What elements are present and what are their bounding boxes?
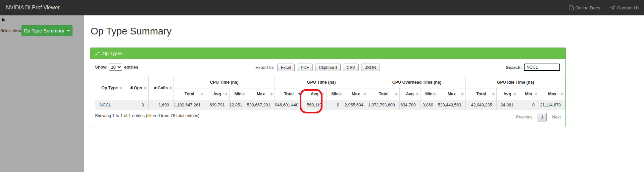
export-excel-button[interactable]: Excel (277, 64, 295, 71)
col-header-label: Total (185, 92, 194, 96)
send-icon (610, 5, 615, 10)
col-header-label: Max (257, 92, 265, 96)
online-docs-label: Online Docs (576, 5, 600, 10)
page-size-select[interactable]: 10 (109, 64, 122, 71)
col-header-num-calls[interactable]: # Calls (148, 76, 174, 100)
sort-icons (416, 92, 418, 96)
col-header-idle-max[interactable]: Max (539, 88, 565, 100)
online-docs-link[interactable]: Online Docs (569, 5, 600, 10)
cell-num-calls: 1,690 (148, 100, 174, 110)
col-header-cpu-avg[interactable]: Avg (205, 88, 229, 100)
pagination: Previous 1 Next (516, 113, 561, 121)
sort-icons (395, 92, 398, 96)
table-controls: Show 10 entries Export to: Excel PDF Cli… (95, 64, 561, 72)
sort-desc-icon (298, 93, 301, 95)
navbar-links: Online Docs Contact Us (569, 5, 639, 10)
sort-icons (225, 92, 228, 96)
cell-op-type: NCCL (95, 100, 124, 110)
panel-title: Op Types (102, 51, 122, 56)
top-navbar: NVIDIA DLProf Viewer Online Docs Contact… (0, 0, 644, 15)
contact-us-link[interactable]: Contact Us (610, 5, 639, 10)
page-number-button[interactable]: 1 (538, 113, 547, 121)
sort-icons (363, 92, 366, 96)
sort-icons (433, 92, 436, 96)
col-header-label: Min (332, 92, 339, 96)
main-content: Op Type Summary Op Types Show 10 entries… (84, 15, 644, 172)
group-header-gpu-idle-time: GPU Idle Time (ns) (466, 76, 565, 88)
col-header-idle-total[interactable]: Total (466, 88, 497, 100)
sort-icons (144, 86, 147, 90)
sort-icons (169, 86, 172, 90)
view-dropdown-label: Op Type Summary (24, 28, 64, 33)
close-icon[interactable]: ✖ (1, 18, 5, 22)
col-header-num-ops[interactable]: # Ops (124, 76, 148, 100)
previous-page-button[interactable]: Previous (516, 115, 533, 119)
col-header-cpu-max[interactable]: Max (247, 88, 275, 100)
col-header-idle-avg[interactable]: Avg (497, 88, 518, 100)
col-header-label: Op Type (101, 86, 118, 90)
col-header-label: Min (425, 92, 433, 96)
cell-gpu-total: 946,601,440 (275, 100, 303, 110)
search-input[interactable] (524, 64, 560, 71)
cell-idle-avg: 24,881 (497, 100, 518, 110)
col-header-op-type[interactable]: Op Type (95, 76, 124, 100)
col-header-overhead-max[interactable]: Max (438, 88, 466, 100)
contact-us-label: Contact Us (617, 5, 639, 10)
search-control: Search: (506, 64, 560, 71)
export-csv-button[interactable]: CSV (343, 64, 359, 71)
col-header-label: # Ops (130, 86, 142, 90)
sort-icons (513, 92, 516, 96)
view-dropdown-button[interactable]: Op Type Summary (21, 25, 72, 36)
cell-gpu-min: 0 (326, 100, 344, 110)
cell-cpu-min: 12,851 (229, 100, 247, 110)
col-header-gpu-max[interactable]: Max (344, 88, 368, 100)
compress-arrows-icon[interactable] (95, 51, 100, 56)
sort-icons (322, 92, 325, 96)
col-header-cpu-min[interactable]: Min (229, 88, 247, 100)
col-header-gpu-total[interactable]: Total (275, 88, 303, 100)
cell-idle-total: 42,049,235 (466, 100, 497, 110)
sort-icons (339, 92, 342, 96)
op-types-panel: Op Types Show 10 entries Export to: Exce… (90, 48, 566, 127)
sort-icons (242, 92, 245, 96)
next-page-button[interactable]: Next (552, 115, 561, 119)
export-clipboard-button[interactable]: Clipboard (315, 64, 341, 71)
export-json-button[interactable]: JSON (361, 64, 380, 71)
col-header-label: Min (525, 92, 532, 96)
col-header-label: Avg (311, 92, 318, 96)
show-label: Show (95, 65, 107, 70)
col-header-overhead-avg[interactable]: Avg (399, 88, 420, 100)
cell-cpu-max: 538,667,201 (247, 100, 275, 110)
group-header-cpu-overhead-time: CPU Overhead Time (ns) (368, 76, 465, 88)
cell-cpu-avg: 699,791 (205, 100, 229, 110)
cell-cpu-total: 1,182,647,261 (174, 100, 205, 110)
col-header-overhead-total[interactable]: Total (368, 88, 399, 100)
table-group-header-row: Op Type # Ops # Calls CPU Time (ns) GPU … (95, 76, 565, 88)
entries-label: entries (124, 65, 139, 70)
cell-num-ops: 3 (124, 100, 148, 110)
col-header-cpu-total[interactable]: Total (174, 88, 205, 100)
select-view-label: Select View (0, 28, 21, 33)
col-header-label: Avg (213, 92, 221, 96)
sort-icons (201, 92, 203, 96)
cell-idle-max: 21,114,678 (539, 100, 565, 110)
search-label: Search: (506, 65, 522, 70)
app-brand[interactable]: NVIDIA DLProf Viewer (6, 5, 60, 11)
col-header-label: Max (352, 92, 360, 96)
col-header-label: # Calls (154, 86, 168, 90)
export-to-label: Export to: (255, 65, 274, 70)
group-header-gpu-time: GPU Time (ns) (275, 76, 368, 88)
col-header-overhead-min[interactable]: Min (420, 88, 438, 100)
sidebar: ✖ Select View Op Type Summary (0, 15, 84, 172)
sort-icons (119, 86, 122, 90)
caret-down-icon (67, 30, 70, 31)
col-header-idle-min[interactable]: Min (518, 88, 539, 100)
sort-icons (492, 92, 495, 96)
col-header-label: Avg (406, 92, 414, 96)
col-header-label: Total (284, 92, 294, 96)
col-header-gpu-min[interactable]: Min (326, 88, 344, 100)
op-types-table: Op Type # Ops # Calls CPU Time (ns) GPU … (95, 76, 565, 110)
export-pdf-button[interactable]: PDF (297, 64, 313, 71)
group-header-cpu-time: CPU Time (ns) (174, 76, 275, 88)
col-header-gpu-avg[interactable]: Avg (303, 88, 326, 100)
